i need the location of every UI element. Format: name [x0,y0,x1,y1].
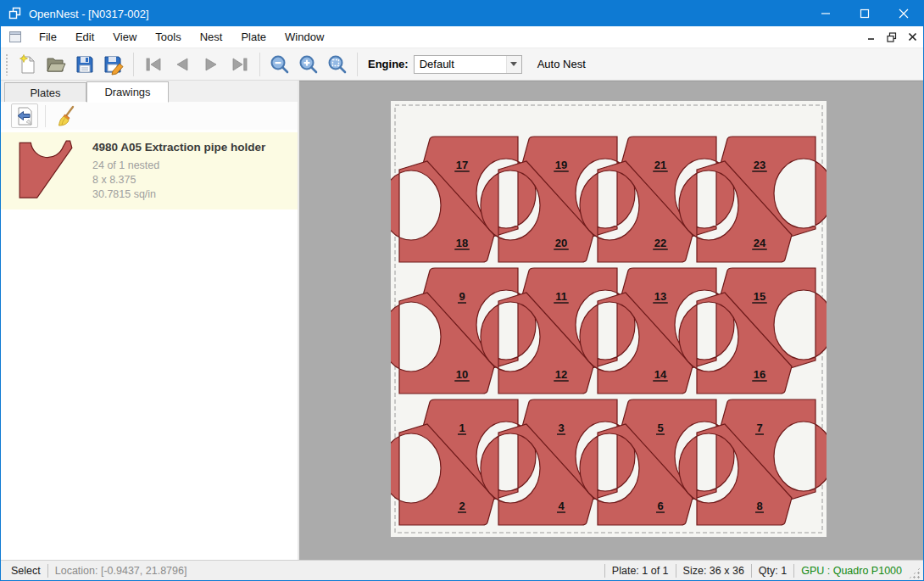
child-close-button[interactable] [903,28,921,47]
status-qty: Qty: 1 [759,565,787,577]
new-button[interactable] [13,51,42,78]
drawing-size: 8 x 8.375 [92,173,265,187]
zoom-out-button[interactable] [265,51,294,78]
open-button[interactable] [42,51,70,78]
menu-window[interactable]: Window [276,27,333,47]
status-separator [751,564,752,578]
minimize-icon [821,8,831,19]
zoom-out-icon [269,53,291,75]
save-button[interactable] [70,51,99,78]
part-number-label: 7 [756,422,762,434]
status-size: Size: 36 x 36 [683,565,744,577]
tab-plates[interactable]: Plates [4,82,86,102]
previous-plate-button[interactable] [168,51,197,78]
drawing-list-item[interactable]: 4980 A05 Extraction pipe holder 24 of 1 … [1,132,298,209]
save-as-button[interactable] [99,51,128,78]
engine-selected-value: Default [415,58,506,70]
title-bar: OpenNest - [N0317-002] [1,1,923,26]
part-thumbnail-shape [19,141,72,198]
drawing-nested-count: 24 of 1 nested [92,159,265,173]
child-restore-icon [887,32,897,42]
part-number-label: 2 [459,500,465,512]
close-icon [899,8,909,19]
part-number-label: 13 [654,290,666,303]
drawing-title: 4980 A05 Extraction pipe holder [92,141,265,154]
maximize-icon [860,8,870,19]
engine-label: Engine: [368,58,409,70]
part-number-label: 5 [657,422,663,434]
child-minimize-button[interactable] [862,28,881,47]
part-number-label: 4 [558,500,565,512]
engine-select[interactable]: Default [414,55,522,74]
child-close-icon [908,32,917,42]
menu-plate[interactable]: Plate [231,27,276,47]
part-number-label: 15 [754,290,765,303]
plate[interactable]: 171819202122232491011121314151612345678 [391,101,827,537]
minimize-button[interactable] [806,1,845,26]
document-window-icon [9,31,21,42]
zoom-in-icon [298,53,320,75]
nest-canvas[interactable]: 171819202122232491011121314151612345678 [299,81,923,560]
engine-dropdown-arrow[interactable] [506,56,521,73]
status-mode: Select [1,565,41,577]
go-previous-icon [171,53,193,75]
panel-tabs: Plates Drawings [1,81,298,102]
new-document-icon [16,53,38,75]
clean-button[interactable] [53,103,80,128]
child-restore-button[interactable] [882,28,901,47]
part-number-label: 22 [654,237,666,249]
part-number-label: 18 [456,237,468,249]
go-last-icon [229,53,251,75]
go-first-icon [142,53,164,75]
maximize-button[interactable] [845,1,884,26]
auto-nest-button[interactable]: Auto Nest [532,54,591,74]
status-bar: Select Location: [-0.9437, 21.8796] Plat… [1,560,923,580]
panel-toolbar-separator [45,105,46,127]
resize-grip[interactable] [909,567,921,579]
part-number-label: 12 [555,368,567,381]
part-number-label: 23 [754,159,765,171]
zoom-extents-button[interactable] [323,51,352,78]
main-toolbar: Engine: Default Auto Nest [1,48,923,81]
menu-file[interactable]: File [30,27,66,47]
toolbar-separator [259,53,260,76]
status-gpu: GPU : Quadro P1000 [801,565,902,577]
app-window: OpenNest - [N0317-002] File Edit View To… [0,0,924,581]
status-location: Location: [-0.9437, 21.8796] [55,565,187,577]
part-thumbnail [11,139,81,200]
zoom-in-button[interactable] [294,51,323,78]
menu-edit[interactable]: Edit [66,27,103,47]
status-plate: Plate: 1 of 1 [612,565,669,577]
part-number-label: 11 [555,290,567,303]
app-icon [8,7,22,20]
import-drawing-button[interactable] [11,103,38,128]
child-minimize-icon [867,32,877,42]
part-number-label: 9 [459,290,465,303]
first-plate-button[interactable] [139,51,168,78]
toolbar-separator [357,53,358,76]
part-number-label: 17 [456,159,468,171]
part-number-label: 1 [459,422,465,434]
menu-view[interactable]: View [103,27,146,47]
nest-svg: 171819202122232491011121314151612345678 [391,101,827,537]
menu-nest[interactable]: Nest [191,27,232,47]
part-number-label: 21 [654,159,666,171]
window-title: OpenNest - [N0317-002] [29,8,149,20]
part-number-label: 20 [555,237,567,249]
toolbar-grip[interactable] [5,53,9,75]
part-number-label: 14 [654,368,667,381]
part-number-label: 10 [456,368,468,381]
tab-drawings[interactable]: Drawings [86,81,169,103]
save-icon [74,53,96,75]
status-separator [676,564,676,578]
close-button[interactable] [884,1,923,26]
broom-icon [55,105,77,127]
menu-tools[interactable]: Tools [146,27,190,47]
next-plate-button[interactable] [197,51,225,78]
last-plate-button[interactable] [225,51,254,78]
status-separator [604,564,605,578]
save-as-icon [103,53,125,75]
menu-bar: File Edit View Tools Nest Plate Window [1,26,923,48]
status-separator [793,564,794,578]
part-number-label: 19 [555,159,567,171]
